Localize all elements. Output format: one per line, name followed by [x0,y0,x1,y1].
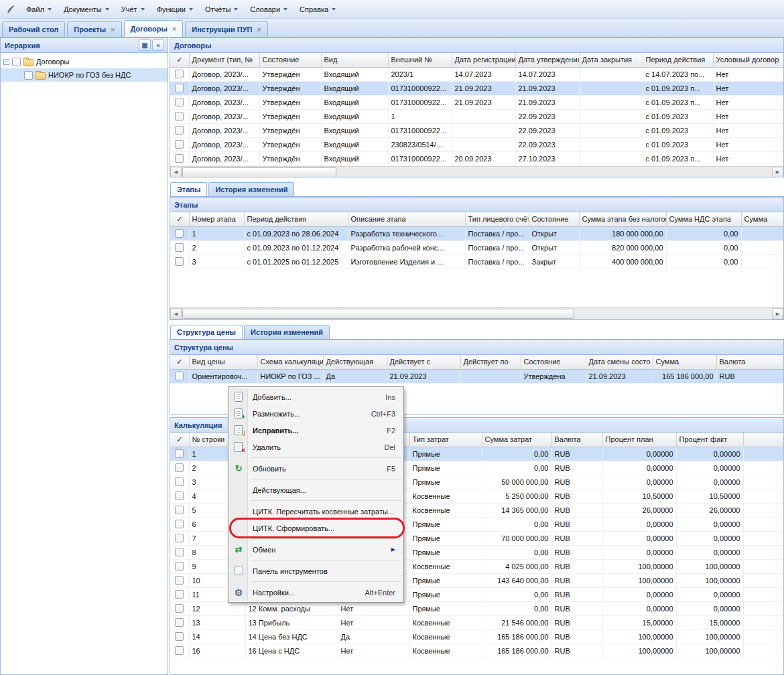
row-checkbox[interactable] [175,590,184,599]
table-row[interactable]: 1616 Цена с НДСНетКосвенные165 186 000,0… [170,644,783,658]
hierarchy-collapse-button[interactable]: « [152,40,164,51]
row-checkbox[interactable] [175,632,184,641]
column-header[interactable]: Дата закрытия [579,53,643,67]
row-checkbox[interactable] [175,243,184,252]
row-checkbox[interactable] [175,154,184,163]
column-header[interactable]: Сумма [653,355,716,369]
column-header[interactable]: Номер этапа [189,212,244,226]
menubar-item[interactable]: Документы [58,3,115,16]
row-checkbox[interactable] [175,604,184,613]
row-checkbox[interactable] [175,229,184,238]
scroll-thumb[interactable] [182,167,336,177]
column-header[interactable]: Сумма [741,212,783,226]
menubar-item[interactable]: Словари [244,3,293,16]
column-header[interactable]: ✓ [170,212,189,226]
row-checkbox[interactable] [175,449,184,458]
menubar-item[interactable]: Отчёты [199,3,244,16]
column-header[interactable]: Условный договор [713,53,783,67]
table-row[interactable]: 3с 01.01.2025 по 01.12.2025Изготовление … [170,254,783,269]
row-checkbox[interactable] [175,520,184,528]
column-header[interactable]: Состояние [529,212,579,226]
row-checkbox[interactable] [175,562,184,571]
inner-tab[interactable]: История изменений [244,325,330,339]
tree-node[interactable]: −Договоры [1,55,168,68]
context-menu-item[interactable]: /Исправить...F2 [230,422,402,439]
row-checkbox[interactable] [175,257,184,266]
row-checkbox[interactable] [175,70,184,78]
table-row[interactable]: Договор, 2023/...УтверждёнВходящий017310… [170,123,783,137]
row-checkbox[interactable] [175,477,184,486]
table-row[interactable]: 1с 01.09.2023 по 28.06.2024Разработка те… [170,226,783,240]
table-row[interactable]: Договор, 2023/...УтверждёнВходящий122.09… [170,109,783,123]
column-header[interactable]: Валюта [716,355,783,369]
column-header[interactable]: Сумма НДС этапа [666,212,741,226]
table-row[interactable]: Договор, 2023/...УтверждёнВходящий017310… [170,81,783,95]
row-checkbox[interactable] [175,463,184,472]
column-header[interactable]: Внешний № [388,53,452,67]
table-row[interactable]: Договор, 2023/...УтверждёнВходящий017310… [170,95,783,109]
column-header[interactable]: ✓ [170,433,189,447]
column-header[interactable]: Процент план [602,433,676,447]
table-row[interactable]: 1414 Цена без НДСДаКосвенные165 186 000,… [170,629,783,644]
column-header[interactable]: Период действия [643,53,713,67]
context-menu-item[interactable]: ⇄Обмен▶ [230,541,402,558]
inner-tab[interactable]: Этапы [170,182,207,196]
table-row[interactable]: Договор, 2023/...УтверждёнВходящий230823… [170,137,783,151]
context-menu-item[interactable]: ⚙Настройки...Alt+Enter [230,584,402,601]
row-checkbox[interactable] [175,372,184,380]
column-header[interactable]: Состояние [259,53,321,67]
column-header[interactable]: Дата регистрации [452,53,515,67]
tab-close-icon[interactable]: × [257,26,261,33]
column-header[interactable]: Сумма затрат [482,433,551,447]
scroll-left-button[interactable]: ◀ [170,308,182,319]
row-checkbox[interactable] [175,534,184,542]
column-header[interactable]: Дата смены состо [586,355,653,369]
column-header[interactable]: Вид цены [189,355,257,369]
row-checkbox[interactable] [175,646,184,655]
hierarchy-grid-view-button[interactable]: ▦ [139,40,151,51]
row-checkbox[interactable] [175,126,184,135]
tab[interactable]: Инструкции ПУП× [185,21,268,37]
menubar-item[interactable]: Справка [293,3,342,16]
context-menu-item[interactable]: Добавить...Ins [230,388,402,405]
menubar-item[interactable]: Файл [20,3,58,16]
context-menu-item[interactable]: ×УдалитьDel [230,439,402,455]
scroll-right-button[interactable]: ▶ [772,308,783,319]
tab[interactable]: Рабочий стол [2,21,65,37]
column-header[interactable]: ✓ [170,53,189,67]
contracts-hscrollbar[interactable]: ◀ ▶ [170,166,783,178]
row-checkbox[interactable] [175,618,184,627]
row-checkbox[interactable] [175,492,184,500]
column-header[interactable]: Действующая [323,355,387,369]
tab-close-icon[interactable]: × [111,26,115,33]
column-header[interactable]: Описание этапа [348,212,465,226]
column-header[interactable]: Сумма этапа без налогов [579,212,666,226]
menubar-item[interactable]: Учёт [115,3,151,16]
context-menu-item[interactable]: ↻ОбновитьF5 [230,460,402,477]
context-menu-item[interactable]: +Размножить...Ctrl+F3 [230,405,402,422]
table-row[interactable]: Ориентировоч...НИОКР по ГОЗ ...Да21.09.2… [170,369,783,383]
row-checkbox[interactable] [175,576,184,585]
tab[interactable]: Проекты× [67,21,121,37]
column-header[interactable]: Действует с [387,355,460,369]
row-checkbox[interactable] [175,548,184,556]
column-header[interactable]: Действует по [460,355,521,369]
context-menu-item[interactable]: ЦИТК. Сформировать... [230,520,402,536]
table-row[interactable]: Договор, 2023/...УтверждёнВходящий2023/1… [170,67,783,81]
scroll-left-button[interactable]: ◀ [170,167,182,178]
context-menu-item[interactable]: Панель инструментов [230,562,402,579]
row-checkbox[interactable] [175,112,184,121]
row-checkbox[interactable] [175,84,184,92]
inner-tab[interactable]: Структура цены [170,325,243,339]
column-header[interactable]: Дата утверждения [515,53,579,67]
table-row[interactable]: 1212 Комм. расходыНетПрямые0,00RUB0,0000… [170,601,783,615]
column-header[interactable]: Вид [321,53,388,67]
row-checkbox[interactable] [175,98,184,106]
scroll-thumb[interactable] [182,309,574,319]
column-header[interactable]: Тип лицевого счёт [465,212,529,226]
tab-close-icon[interactable]: × [172,25,176,33]
column-header[interactable]: Процент факт [676,433,743,447]
context-menu-item[interactable]: ЦИТК. Пересчитать косвенные затраты... [230,503,402,520]
column-header[interactable]: Состояние [521,355,586,369]
column-header[interactable]: Документ (тип, № [189,53,259,67]
